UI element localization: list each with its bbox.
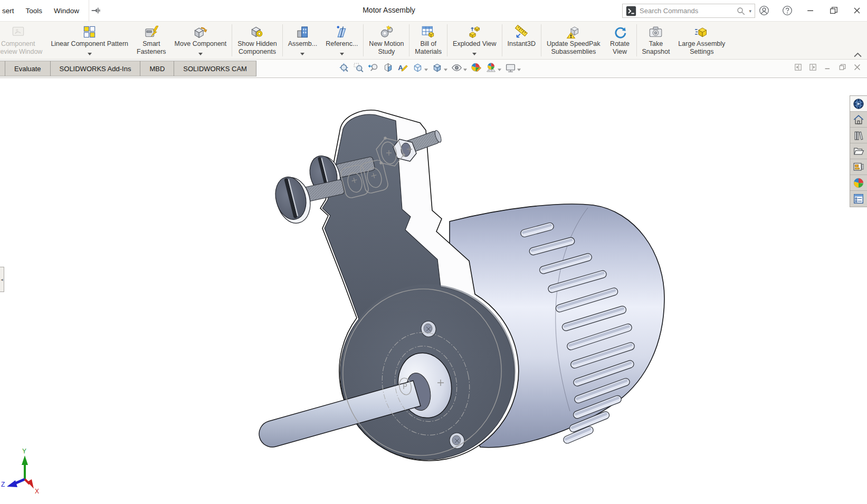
take-snapshot-icon — [649, 25, 663, 39]
graphics-viewport[interactable]: Y Z X ◄ — [0, 77, 867, 504]
ribbon-large-assembly-settings[interactable]: Large AssemblySettings — [674, 22, 729, 59]
dropdown-caret-icon[interactable] — [472, 48, 477, 59]
taskpane-appearances-scenes-decals[interactable] — [850, 175, 867, 191]
close-button[interactable] — [851, 5, 863, 16]
ribbon-bill-of-materials[interactable]: Bill ofMaterials — [411, 22, 446, 59]
view-orientation-icon — [412, 62, 423, 75]
ribbon-take-snapshot[interactable]: TakeSnapshot — [638, 22, 674, 59]
restore-button[interactable] — [828, 5, 840, 16]
ribbon-separator — [409, 24, 409, 56]
ribbon-separator — [502, 24, 502, 56]
ribbon-assembly-features[interactable]: Assemb... — [284, 22, 322, 59]
apply-scene-button[interactable] — [485, 62, 502, 76]
ribbon-update-speedpak-subassemblies[interactable]: Update SpeedPakSubassemblies — [542, 22, 604, 59]
dynamic-annotation-views-button[interactable]: A — [397, 62, 409, 76]
ribbon-instant3d[interactable]: Instant3D — [503, 22, 540, 59]
ribbon-label: Show HiddenComponents — [237, 40, 277, 56]
search-commands-box[interactable]: ▾ — [622, 4, 755, 18]
ribbon-smart-fasteners[interactable]: SmartFasteners — [132, 22, 170, 59]
section-view-icon — [383, 62, 394, 75]
component-preview-window-icon — [11, 25, 25, 39]
ribbon-label: New MotionStudy — [369, 40, 404, 56]
collapse-ribbon-chevron-icon[interactable] — [854, 50, 862, 55]
ribbon-separator — [232, 24, 232, 56]
document-minimize-button[interactable] — [823, 63, 832, 72]
ribbon-component-preview-window: ComponentPreview Window — [0, 22, 46, 59]
new-motion-study-icon — [379, 25, 394, 39]
ribbon-linear-component-pattern[interactable]: Linear Component Pattern — [46, 22, 132, 59]
command-ribbon: ComponentPreview WindowLinear Component … — [0, 21, 867, 60]
ribbon-separator — [363, 24, 364, 56]
view-settings-button[interactable] — [504, 62, 521, 76]
large-assembly-settings-icon — [694, 25, 709, 39]
zoom-to-fit-icon — [338, 62, 349, 75]
previous-view-button[interactable] — [367, 62, 379, 76]
document-restore-button[interactable] — [838, 63, 847, 72]
motor-assembly-model[interactable]: Y Z X — [0, 78, 867, 504]
edit-appearance-button[interactable] — [470, 62, 482, 76]
ribbon-tab-row: EvaluateSOLIDWORKS Add-InsMBDSOLIDWORKS … — [0, 60, 867, 77]
display-style-button[interactable] — [431, 62, 448, 76]
hide-show-items-button[interactable] — [451, 62, 468, 76]
ribbon-label: Linear Component Pattern — [51, 40, 128, 48]
menu-tools[interactable]: Tools — [26, 7, 43, 15]
tab-evaluate[interactable]: Evaluate — [5, 61, 50, 76]
update-speedpak-subassemblies-icon — [566, 25, 580, 39]
zoom-to-area-button[interactable] — [352, 62, 365, 76]
view-orientation-button[interactable] — [412, 62, 428, 76]
taskpane-solidworks-resources[interactable] — [850, 112, 867, 128]
ribbon-show-hidden-components[interactable]: Show HiddenComponents — [233, 22, 281, 59]
tab-mbd[interactable]: MBD — [140, 61, 174, 76]
ribbon-label: Instant3D — [508, 40, 536, 48]
section-view-button[interactable] — [382, 62, 394, 76]
ribbon-label: Referenc... — [326, 40, 358, 48]
ribbon-separator — [636, 24, 637, 56]
dropdown-caret-icon[interactable] — [517, 64, 521, 73]
show-hidden-components-icon — [250, 25, 264, 39]
search-icon[interactable] — [736, 6, 746, 16]
solidworks-prompt-icon — [626, 6, 636, 16]
dropdown-caret-icon[interactable] — [88, 48, 92, 59]
taskpane-3dexperience-marketplace[interactable] — [850, 96, 867, 112]
page-title: Motor Assembly — [363, 6, 415, 14]
taskpane-design-library[interactable] — [850, 128, 867, 143]
taskpane-custom-properties[interactable] — [850, 191, 867, 207]
tab-solidworks-add-ins[interactable]: SOLIDWORKS Add-Ins — [50, 61, 140, 76]
ribbon-rotate-view[interactable]: RotateView — [605, 22, 635, 59]
taskpane-file-explorer[interactable] — [850, 143, 867, 159]
search-input[interactable] — [640, 7, 733, 15]
ribbon-new-motion-study[interactable]: New MotionStudy — [365, 22, 408, 59]
zoom-to-fit-button[interactable] — [338, 62, 350, 76]
expand-pane-right-button[interactable] — [808, 63, 817, 72]
account-button[interactable] — [758, 5, 770, 16]
document-close-button[interactable] — [853, 63, 862, 72]
heads-up-view-toolbar: A — [338, 62, 521, 75]
solidworks-window: sertToolsWindow Motor Assembly ▾ Compone… — [0, 0, 867, 504]
ribbon-move-component[interactable]: Move Component — [170, 22, 231, 59]
smart-fasteners-icon — [144, 25, 158, 39]
help-button[interactable] — [782, 5, 793, 16]
ribbon-exploded-view[interactable]: Exploded View — [449, 22, 500, 59]
menu-divider — [89, 0, 89, 21]
linear-component-pattern-icon — [82, 25, 97, 39]
dropdown-caret-icon[interactable] — [300, 48, 304, 59]
move-component-icon — [193, 25, 207, 39]
menu-insert[interactable]: sert — [2, 7, 14, 15]
dropdown-caret-icon[interactable] — [340, 48, 344, 59]
dropdown-caret-icon[interactable] — [463, 64, 467, 73]
dropdown-caret-icon[interactable] — [198, 48, 203, 59]
ribbon-label: Update SpeedPakSubassemblies — [547, 40, 600, 56]
menu-window[interactable]: Window — [54, 7, 79, 15]
dropdown-caret-icon[interactable] — [444, 64, 447, 73]
minimize-button[interactable] — [805, 5, 816, 16]
dropdown-caret-icon[interactable] — [498, 64, 501, 73]
collapse-pane-left-button[interactable] — [794, 63, 803, 72]
tab-solidworks-cam[interactable]: SOLIDWORKS CAM — [174, 61, 256, 76]
ribbon-separator — [282, 24, 283, 56]
ribbon-reference-geometry[interactable]: Referenc... — [321, 22, 362, 59]
dropdown-caret-icon[interactable] — [424, 64, 428, 73]
feature-manager-collapsed-tab[interactable]: ◄ — [0, 267, 4, 292]
taskpane-view-palette[interactable] — [850, 159, 867, 175]
search-scope-caret-icon[interactable]: ▾ — [749, 8, 751, 14]
pin-menu-icon[interactable] — [91, 5, 101, 16]
